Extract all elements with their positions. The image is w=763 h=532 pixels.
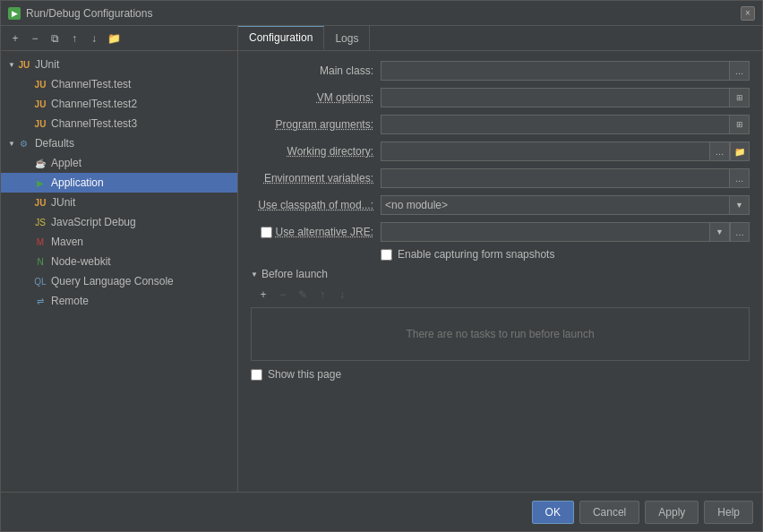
application-icon: ▶ xyxy=(33,176,47,190)
tab-configuration[interactable]: Configuration xyxy=(238,26,324,50)
junit-group-label: JUnit xyxy=(35,58,59,71)
channeltest-test3-label: ChannelTest.test3 xyxy=(51,117,137,130)
apply-button[interactable]: Apply xyxy=(645,501,699,524)
launch-empty-area: There are no tasks to run before launch xyxy=(251,307,750,361)
tree-item-channeltest-test3[interactable]: JU ChannelTest.test3 xyxy=(1,114,237,133)
ok-button[interactable]: OK xyxy=(532,501,574,524)
tree-item-channeltest-test[interactable]: JU ChannelTest.test xyxy=(1,74,237,94)
before-launch-header[interactable]: ▼ Before launch xyxy=(251,268,750,280)
channeltest-test3-icon: JU xyxy=(33,116,47,131)
main-class-more-button[interactable]: … xyxy=(730,61,750,81)
launch-up-button: ↑ xyxy=(313,286,331,304)
launch-edit-button: ✎ xyxy=(294,286,312,304)
program-args-expand-button[interactable]: ⊞ xyxy=(730,115,750,134)
env-vars-input-group: … xyxy=(381,168,750,188)
tree-group-junit[interactable]: ▼ JU JUnit xyxy=(1,55,237,74)
junit-default-icon: JU xyxy=(33,195,47,210)
add-config-button[interactable]: + xyxy=(6,30,24,47)
program-args-input[interactable] xyxy=(381,115,730,134)
junit-default-label: JUnit xyxy=(51,196,75,209)
main-class-input[interactable] xyxy=(381,61,730,81)
tree-item-application[interactable]: ▶ Application xyxy=(1,173,237,193)
application-label: Application xyxy=(51,176,104,189)
move-up-button[interactable]: ↑ xyxy=(65,30,83,47)
config-tree: ▼ JU JUnit JU ChannelTest.test JU Channe… xyxy=(1,51,237,492)
node-webkit-label: Node-webkit xyxy=(51,255,111,268)
close-button[interactable]: × xyxy=(741,6,755,21)
move-down-button[interactable]: ↓ xyxy=(85,30,103,47)
env-vars-row: Environment variables: … xyxy=(251,167,750,189)
js-debug-label: JavaScript Debug xyxy=(51,216,136,228)
vm-options-input[interactable] xyxy=(381,88,730,107)
working-dir-more-button[interactable]: … xyxy=(710,142,730,161)
before-launch-triangle: ▼ xyxy=(251,270,258,279)
tree-item-query-language[interactable]: QL Query Language Console xyxy=(1,271,237,291)
alt-jre-input[interactable] xyxy=(381,222,710,242)
tree-item-node-webkit[interactable]: N Node-webkit xyxy=(1,252,237,271)
working-dir-label: Working directory: xyxy=(251,145,381,158)
applet-label: Applet xyxy=(51,157,81,169)
enable-snapshots-checkbox[interactable] xyxy=(381,249,392,261)
alt-jre-dropdown-arrow[interactable]: ▼ xyxy=(710,222,730,242)
tree-group-defaults[interactable]: ▼ ⚙ Defaults xyxy=(1,133,237,153)
vm-options-input-group: ⊞ xyxy=(381,88,750,107)
program-args-label: Program arguments: xyxy=(251,118,381,131)
config-panel: Main class: … VM options: ⊞ Pr xyxy=(238,51,762,492)
main-class-row: Main class: … xyxy=(251,60,750,82)
classpath-dropdown-arrow[interactable]: ▼ xyxy=(730,195,750,215)
js-debug-icon: JS xyxy=(33,215,47,229)
tree-item-remote[interactable]: ⇌ Remote xyxy=(1,291,237,311)
tree-item-javascript-debug[interactable]: JS JavaScript Debug xyxy=(1,212,237,232)
tree-item-maven[interactable]: M Maven xyxy=(1,232,237,252)
env-vars-more-button[interactable]: … xyxy=(730,168,750,188)
alt-jre-more-button[interactable]: … xyxy=(730,222,750,242)
right-panel: Configuration Logs Main class: … VM opti… xyxy=(238,26,762,492)
classpath-row: Use classpath of mod...: <no module> ▼ xyxy=(251,194,750,216)
classpath-select-group: <no module> ▼ xyxy=(381,195,750,215)
classpath-label: Use classpath of mod...: xyxy=(251,199,381,211)
working-dir-folder-button[interactable]: 📁 xyxy=(730,142,750,161)
tree-item-applet[interactable]: ☕ Applet xyxy=(1,153,237,173)
main-content: + − ⧉ ↑ ↓ 📁 ▼ JU JUnit JU ChannelTes xyxy=(1,26,762,492)
tree-item-junit[interactable]: JU JUnit xyxy=(1,193,237,212)
query-language-icon: QL xyxy=(33,274,47,288)
working-dir-input[interactable]: D:\source\javanio xyxy=(381,142,710,161)
main-class-input-group: … xyxy=(381,61,750,81)
window-icon: ▶ xyxy=(8,7,21,20)
alt-jre-row: Use alternative JRE: ▼ … xyxy=(251,221,750,243)
enable-snapshots-row: Enable capturing form snapshots xyxy=(251,248,750,261)
vm-options-expand-button[interactable]: ⊞ xyxy=(730,88,750,107)
enable-snapshots-label: Enable capturing form snapshots xyxy=(398,248,554,261)
vm-options-row: VM options: ⊞ xyxy=(251,87,750,108)
env-vars-input[interactable] xyxy=(381,168,730,188)
cancel-button[interactable]: Cancel xyxy=(579,501,639,524)
title-bar-left: ▶ Run/Debug Configurations xyxy=(8,7,152,20)
applet-icon: ☕ xyxy=(33,156,47,170)
junit-group-icon: JU xyxy=(17,57,31,72)
remote-label: Remote xyxy=(51,295,89,307)
classpath-select[interactable]: <no module> xyxy=(381,195,730,215)
channeltest-test2-label: ChannelTest.test2 xyxy=(51,98,137,110)
remote-icon: ⇌ xyxy=(33,294,47,308)
working-dir-input-group: D:\source\javanio … 📁 xyxy=(381,142,750,161)
defaults-group-label: Defaults xyxy=(35,137,74,150)
launch-add-button[interactable]: + xyxy=(254,286,272,304)
folder-button[interactable]: 📁 xyxy=(105,30,123,47)
show-page-label: Show this page xyxy=(268,368,341,381)
channeltest-test2-icon: JU xyxy=(33,97,47,111)
defaults-triangle-icon: ▼ xyxy=(8,140,15,148)
node-webkit-icon: N xyxy=(33,254,47,269)
copy-config-button[interactable]: ⧉ xyxy=(46,30,64,47)
left-toolbar: + − ⧉ ↑ ↓ 📁 xyxy=(1,26,237,51)
help-button[interactable]: Help xyxy=(704,501,753,524)
tabs-bar: Configuration Logs xyxy=(238,26,762,51)
vm-options-label: VM options: xyxy=(251,91,381,104)
show-page-checkbox[interactable] xyxy=(251,369,262,381)
before-launch-section: ▼ Before launch + − ✎ ↑ ↓ There are no t… xyxy=(251,268,750,361)
tree-item-channeltest-test2[interactable]: JU ChannelTest.test2 xyxy=(1,94,237,114)
remove-config-button[interactable]: − xyxy=(26,30,44,47)
launch-remove-button: − xyxy=(274,286,292,304)
tab-logs[interactable]: Logs xyxy=(324,26,370,50)
defaults-group-icon: ⚙ xyxy=(17,136,31,150)
alt-jre-checkbox[interactable] xyxy=(261,227,272,238)
